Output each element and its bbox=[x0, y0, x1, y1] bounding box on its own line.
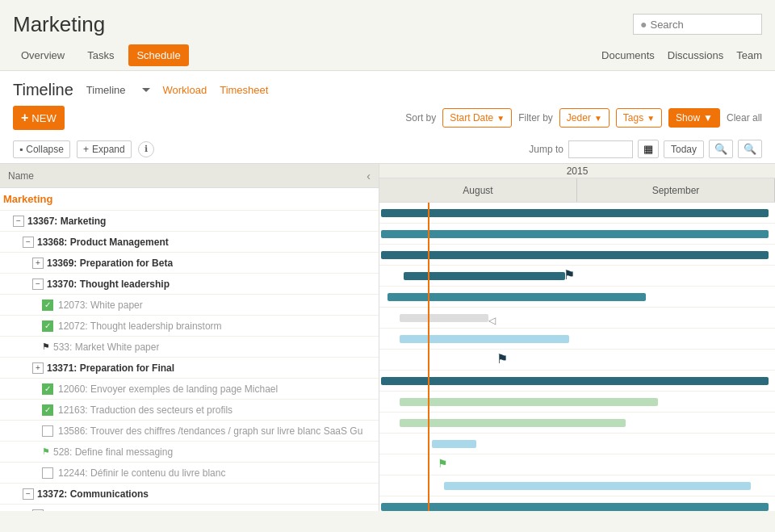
task-label: 13372: Communications bbox=[37, 488, 149, 500]
task-row[interactable]: ✓ 12073: White paper bbox=[0, 295, 379, 316]
app-title: Marketing bbox=[13, 12, 105, 37]
checkbox[interactable]: ✓ bbox=[42, 404, 53, 416]
checkbox[interactable]: ✓ bbox=[42, 300, 53, 311]
gantt-right-panel: 2015 August September bbox=[379, 164, 775, 511]
clear-all-link[interactable]: Clear all bbox=[727, 112, 762, 124]
sort-arrow-icon: ▼ bbox=[496, 114, 505, 123]
nav-team[interactable]: Team bbox=[736, 49, 762, 61]
new-button[interactable]: + NEW bbox=[13, 106, 65, 130]
task-label: 12060: Envoyer exemples de landing page … bbox=[58, 383, 278, 395]
show-dropdown[interactable]: Show ▼ bbox=[668, 108, 720, 128]
tab-timesheet[interactable]: Timesheet bbox=[220, 81, 268, 99]
task-row[interactable]: + 13369: Preparation for Beta bbox=[0, 253, 379, 274]
checkbox[interactable]: ✓ bbox=[42, 320, 53, 332]
task-row[interactable]: + 13371: Preparation for Final bbox=[0, 358, 379, 379]
filter-dropdown[interactable]: Jeder ▼ bbox=[559, 108, 610, 128]
task-row[interactable]: − 13373: Newsletter bbox=[0, 505, 379, 511]
collapse-icon[interactable]: − bbox=[23, 237, 34, 248]
checkbox[interactable] bbox=[42, 425, 53, 437]
flag-marker: ⚑ bbox=[563, 267, 575, 283]
gantt-bar bbox=[400, 335, 569, 343]
gantt-bar-row bbox=[379, 371, 775, 392]
flag-icon: ⚑ bbox=[42, 341, 50, 352]
info-button[interactable]: ℹ bbox=[138, 141, 154, 157]
jump-area: Jump to ▦ Today 🔍 🔍 bbox=[529, 140, 762, 158]
current-date-line bbox=[428, 203, 429, 511]
collapse-icon[interactable]: − bbox=[13, 216, 24, 227]
nav-schedule[interactable]: Schedule bbox=[128, 44, 188, 66]
toolbar: + NEW Sort by Start Date ▼ Filter by Jed… bbox=[0, 99, 775, 136]
main-nav: Overview Tasks Schedule Documents Discus… bbox=[0, 40, 775, 71]
task-row[interactable]: 12244: Définir le contenu du livre blanc bbox=[0, 463, 379, 484]
name-column-label: Name bbox=[8, 170, 34, 182]
gantt-month-header: August September bbox=[379, 178, 775, 203]
main-content: Timeline Timeline Workload Timesheet + N… bbox=[0, 71, 775, 511]
expand-button[interactable]: + Expand bbox=[77, 140, 132, 158]
gantt-bar-row: ◁ bbox=[379, 308, 775, 329]
gantt-bar bbox=[432, 440, 476, 448]
task-row[interactable]: Marketing bbox=[0, 188, 379, 211]
tab-timeline[interactable]: Timeline bbox=[86, 81, 126, 99]
tags-label: Tags bbox=[623, 112, 643, 124]
tab-indicator bbox=[142, 88, 150, 92]
task-row[interactable]: − 13372: Communications bbox=[0, 484, 379, 505]
task-label: 528: Define final messaging bbox=[53, 446, 173, 458]
nav-documents[interactable]: Documents bbox=[601, 49, 655, 61]
sort-dropdown[interactable]: Start Date ▼ bbox=[442, 108, 512, 128]
task-row[interactable]: − 13370: Thought leadership bbox=[0, 274, 379, 295]
zoom-in-button[interactable]: 🔍 bbox=[738, 140, 762, 158]
checkbox[interactable]: ✓ bbox=[42, 383, 53, 395]
search-icon: ● bbox=[640, 18, 647, 31]
search-input[interactable] bbox=[650, 19, 747, 31]
task-label: 12163: Traduction des secteurs et profil… bbox=[58, 404, 232, 416]
filter-arrow-icon: ▼ bbox=[594, 114, 602, 123]
collapse-icon[interactable]: − bbox=[32, 279, 44, 290]
gantt-left-panel: Name ‹ Marketing − 13367: Marketing − 13… bbox=[0, 164, 379, 511]
task-row[interactable]: ✓ 12072: Thought leadership brainstorm bbox=[0, 316, 379, 337]
task-row[interactable]: − 13367: Marketing bbox=[0, 211, 379, 232]
gantt-bar-row: ⚑ bbox=[379, 266, 775, 287]
task-row[interactable]: 13586: Trouver des chiffres /tendances /… bbox=[0, 421, 379, 442]
checkbox[interactable] bbox=[42, 467, 53, 479]
show-label: Show bbox=[676, 112, 700, 124]
jump-input[interactable] bbox=[568, 140, 633, 158]
task-label: 13370: Thought leadership bbox=[47, 279, 170, 290]
collapse-icon[interactable]: − bbox=[23, 488, 34, 500]
gantt-bar-row bbox=[379, 496, 775, 511]
zoom-out-button[interactable]: 🔍 bbox=[709, 140, 733, 158]
gantt-wrapper: Name ‹ Marketing − 13367: Marketing − 13… bbox=[0, 164, 775, 511]
collapse-panel-arrow[interactable]: ‹ bbox=[367, 170, 371, 182]
task-row[interactable]: ⚑ 533: Market White paper bbox=[0, 337, 379, 358]
today-button[interactable]: Today bbox=[664, 140, 704, 158]
collapse-label: Collapse bbox=[26, 144, 64, 155]
expand-icon[interactable]: + bbox=[32, 362, 44, 374]
task-row[interactable]: ⚑ 528: Define final messaging bbox=[0, 442, 379, 463]
expand-icon[interactable]: + bbox=[32, 258, 44, 269]
gantt-bar bbox=[388, 293, 646, 301]
search-box[interactable]: ● bbox=[633, 14, 762, 35]
gantt-bar-row bbox=[379, 224, 775, 245]
nav-left: Overview Tasks Schedule bbox=[13, 44, 189, 66]
task-row[interactable]: − 13368: Product Management bbox=[0, 232, 379, 253]
task-label: 533: Market White paper bbox=[53, 341, 159, 353]
gantt-year-row: 2015 bbox=[379, 164, 775, 178]
nav-discussions[interactable]: Discussions bbox=[668, 49, 723, 61]
tab-workload[interactable]: Workload bbox=[163, 81, 207, 99]
task-row[interactable]: ✓ 12163: Traduction des secteurs et prof… bbox=[0, 400, 379, 421]
nav-overview[interactable]: Overview bbox=[13, 44, 73, 66]
task-label: Marketing bbox=[3, 193, 52, 205]
task-row[interactable]: ✓ 12060: Envoyer exemples de landing pag… bbox=[0, 379, 379, 400]
bar-arrow: ◁ bbox=[488, 315, 496, 326]
tags-arrow-icon: ▼ bbox=[647, 114, 655, 123]
timeline-header: Timeline Timeline Workload Timesheet bbox=[0, 71, 775, 99]
timeline-title: Timeline bbox=[13, 81, 73, 99]
collapse-icon[interactable]: − bbox=[32, 509, 44, 512]
gantt-bar-row bbox=[379, 413, 775, 434]
nav-tasks[interactable]: Tasks bbox=[79, 44, 122, 66]
gantt-bar bbox=[381, 377, 769, 385]
collapse-button[interactable]: ▪ Collapse bbox=[13, 140, 70, 158]
flag-green-marker: ⚑ bbox=[438, 457, 448, 470]
calendar-button[interactable]: ▦ bbox=[638, 140, 659, 158]
show-arrow-icon: ▼ bbox=[703, 112, 713, 124]
tags-dropdown[interactable]: Tags ▼ bbox=[616, 108, 662, 128]
